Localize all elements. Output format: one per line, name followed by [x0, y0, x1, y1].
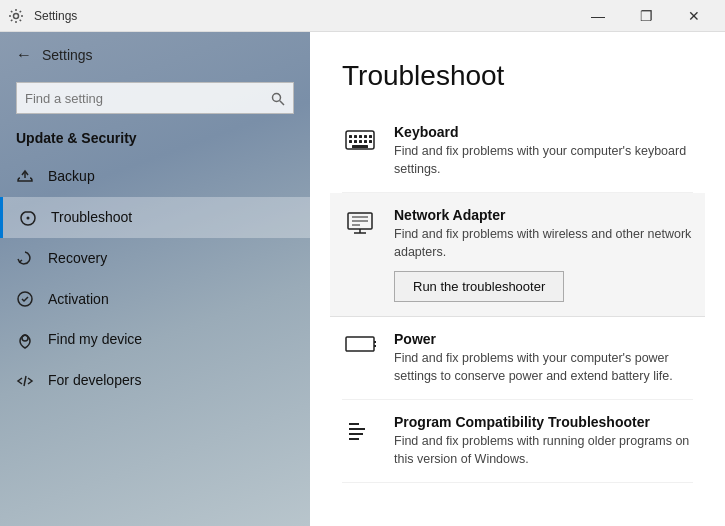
troubleshoot-item-compat: Program Compatibility Troubleshooter Fin…: [342, 400, 693, 483]
svg-rect-15: [359, 140, 362, 143]
svg-rect-12: [369, 135, 372, 138]
recovery-icon: [16, 249, 34, 268]
sidebar-section-title: Update & Security: [0, 126, 310, 156]
network-item-name: Network Adapter: [394, 207, 693, 223]
main-area: ← Settings Update & Security B: [0, 32, 725, 526]
svg-rect-17: [369, 140, 372, 143]
svg-point-3: [27, 216, 30, 219]
title-bar-controls: — ❐ ✕: [575, 0, 717, 32]
network-adapter-icon: [342, 207, 378, 237]
sidebar-item-activation-label: Activation: [48, 291, 109, 307]
sidebar-back-label: Settings: [42, 47, 93, 63]
settings-icon: [8, 7, 24, 25]
svg-point-0: [14, 14, 19, 19]
compat-item-name: Program Compatibility Troubleshooter: [394, 414, 693, 430]
svg-line-2: [280, 101, 284, 105]
sidebar-item-for-developers[interactable]: For developers: [0, 360, 310, 401]
svg-rect-13: [349, 140, 352, 143]
search-icon: [271, 90, 285, 106]
keyboard-item-name: Keyboard: [394, 124, 693, 140]
sidebar-item-find-my-device-label: Find my device: [48, 331, 142, 347]
sidebar-item-backup-label: Backup: [48, 168, 95, 184]
content-panel: Troubleshoot: [310, 32, 725, 526]
svg-point-1: [273, 93, 281, 101]
svg-rect-8: [349, 135, 352, 138]
minimize-button[interactable]: —: [575, 0, 621, 32]
back-arrow-icon: ←: [16, 46, 32, 64]
sidebar-item-troubleshoot-label: Troubleshoot: [51, 209, 132, 225]
keyboard-item-text: Keyboard Find and fix problems with your…: [394, 124, 693, 178]
sidebar-back[interactable]: ← Settings: [0, 32, 310, 78]
svg-rect-18: [352, 145, 368, 148]
title-bar-left: Settings: [8, 7, 77, 25]
run-troubleshooter-button[interactable]: Run the troubleshooter: [394, 271, 564, 302]
find-device-icon: [16, 330, 34, 349]
backup-icon: [16, 167, 34, 186]
svg-line-6: [24, 376, 26, 386]
sidebar-search-container: [16, 82, 294, 114]
sidebar: ← Settings Update & Security B: [0, 32, 310, 526]
troubleshoot-item-power: Power Find and fix problems with your co…: [342, 317, 693, 400]
svg-rect-11: [364, 135, 367, 138]
svg-rect-25: [346, 337, 374, 351]
network-item-text: Network Adapter Find and fix problems wi…: [394, 207, 693, 302]
svg-rect-16: [364, 140, 367, 143]
keyboard-item-desc: Find and fix problems with your computer…: [394, 143, 693, 178]
troubleshoot-item-network: Network Adapter Find and fix problems wi…: [330, 193, 705, 317]
title-bar-title: Settings: [34, 9, 77, 23]
sidebar-item-backup[interactable]: Backup: [0, 156, 310, 197]
search-input[interactable]: [25, 91, 271, 106]
close-button[interactable]: ✕: [671, 0, 717, 32]
compat-item-text: Program Compatibility Troubleshooter Fin…: [394, 414, 693, 468]
svg-rect-9: [354, 135, 357, 138]
compat-item-desc: Find and fix problems with running older…: [394, 433, 693, 468]
sidebar-item-for-developers-label: For developers: [48, 372, 141, 388]
network-item-desc: Find and fix problems with wireless and …: [394, 226, 693, 261]
keyboard-icon: [342, 124, 378, 154]
page-title: Troubleshoot: [342, 60, 693, 92]
troubleshoot-item-keyboard: Keyboard Find and fix problems with your…: [342, 110, 693, 193]
power-item-text: Power Find and fix problems with your co…: [394, 331, 693, 385]
sidebar-item-recovery[interactable]: Recovery: [0, 238, 310, 279]
sidebar-item-troubleshoot[interactable]: Troubleshoot: [0, 197, 310, 238]
svg-rect-10: [359, 135, 362, 138]
sidebar-item-activation[interactable]: Activation: [0, 278, 310, 319]
troubleshoot-icon: [19, 208, 37, 227]
compat-icon: [342, 414, 378, 446]
power-item-name: Power: [394, 331, 693, 347]
svg-rect-14: [354, 140, 357, 143]
power-item-desc: Find and fix problems with your computer…: [394, 350, 693, 385]
activation-icon: [16, 289, 34, 308]
developers-icon: [16, 371, 34, 390]
sidebar-item-recovery-label: Recovery: [48, 250, 107, 266]
title-bar: Settings — ❐ ✕: [0, 0, 725, 32]
sidebar-item-find-my-device[interactable]: Find my device: [0, 319, 310, 360]
power-icon: [342, 331, 378, 355]
maximize-button[interactable]: ❐: [623, 0, 669, 32]
